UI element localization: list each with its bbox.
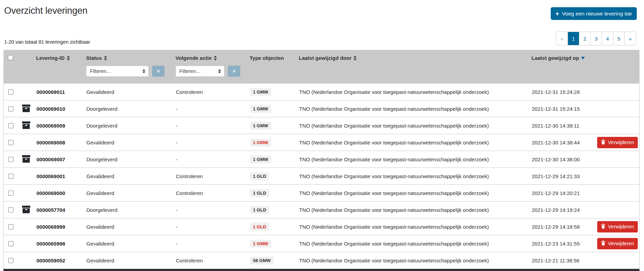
pagination: «12345»: [556, 32, 636, 45]
type-objecten-badge: 1 GMW: [250, 139, 271, 147]
results-summary: 1-20 van totaal 81 leveringen zichtbaar: [4, 39, 90, 45]
volgende-actie-cell: -: [176, 207, 250, 213]
status-filter-select[interactable]: Filteren...: [86, 66, 149, 77]
type-objecten-badge: 1 GMW: [250, 240, 271, 248]
row-checkbox[interactable]: [8, 157, 13, 162]
sort-icon: [104, 56, 107, 61]
pagination-page-3[interactable]: 3: [590, 32, 602, 45]
pagination-next[interactable]: »: [624, 32, 636, 45]
delete-button[interactable]: Verwijderen: [597, 137, 638, 148]
status-cell: Doorgeleverd: [86, 207, 176, 213]
gewijzigd-door-cell: TNO (Nederlandse Organisatie voor toegep…: [293, 89, 530, 95]
table-row: 0000059052GevalideerdControleren58 GMWTN…: [4, 252, 639, 269]
status-cell: Gevalideerd: [86, 89, 176, 95]
gewijzigd-door-cell: TNO (Nederlandse Organisatie voor toegep…: [293, 258, 530, 263]
volgende-actie-cell: -: [176, 123, 250, 129]
levering-id-cell: 0000069008: [33, 140, 86, 145]
row-checkbox[interactable]: [8, 258, 13, 263]
archive-box-icon: [22, 158, 31, 164]
pagination-page-2[interactable]: 2: [579, 32, 590, 45]
pagination-page-1[interactable]: 1: [568, 32, 579, 45]
row-checkbox[interactable]: [8, 191, 13, 196]
row-icon-cell: [18, 105, 33, 113]
table-row: 0000069001GevalideerdControleren1 GLDTNO…: [4, 168, 639, 185]
row-actions-cell: Verwijderen: [606, 137, 640, 148]
table-header: Levering-ID Status Filteren... ✕ Volgend…: [3, 50, 640, 84]
levering-id-cell: 0000069010: [33, 106, 86, 112]
row-checkbox[interactable]: [8, 123, 13, 128]
add-delivery-label: Voeg een nieuwe levering toe: [562, 11, 632, 17]
levering-id-cell: 0000069001: [33, 173, 86, 179]
gewijzigd-op-cell: 2021-12-30 14:38:00: [530, 156, 606, 162]
gewijzigd-door-cell: TNO (Nederlandse Organisatie voor toegep…: [293, 207, 530, 213]
gewijzigd-door-cell: TNO (Nederlandse Organisatie voor toegep…: [293, 156, 530, 162]
actie-filter-clear-button[interactable]: ✕: [228, 66, 240, 77]
volgende-actie-cell: Controleren: [176, 173, 250, 179]
sort-icon: [353, 56, 357, 61]
volgende-actie-cell: Controleren: [176, 190, 250, 196]
type-objecten-badge: 58 GMW: [250, 257, 274, 264]
levering-id-cell: 0000065998: [33, 241, 86, 247]
table-row: 0000069010Doorgeleverd-1 GMWTNO (Nederla…: [4, 100, 639, 117]
row-checkbox[interactable]: [8, 106, 13, 111]
row-checkbox[interactable]: [8, 140, 13, 145]
table-row: 0000065998Gevalideerd-1 GMWTNO (Nederlan…: [4, 235, 639, 252]
gewijzigd-op-cell: 2021-12-23 14:31:55: [530, 241, 606, 247]
row-checkbox-cell: [4, 157, 18, 162]
select-all-checkbox[interactable]: [8, 55, 13, 60]
delete-button[interactable]: Verwijderen: [597, 221, 638, 232]
row-checkbox[interactable]: [8, 241, 13, 246]
gewijzigd-op-cell: 2021-12-30 14:39:11: [530, 123, 606, 129]
plus-icon: +: [556, 10, 559, 17]
volgende-actie-cell: Controleren: [176, 89, 250, 95]
type-objecten-badge: 1 GLD: [250, 189, 269, 197]
pagination-page-4[interactable]: 4: [602, 32, 613, 45]
add-delivery-button[interactable]: + Voeg een nieuwe levering toe: [551, 7, 637, 20]
levering-id-cell: 0000069007: [33, 156, 86, 162]
gewijzigd-op-cell: 2021-12-29 14:19:24: [530, 207, 606, 213]
status-cell: Doorgeleverd: [86, 123, 176, 129]
row-checkbox-cell: [4, 258, 18, 263]
delete-label: Verwijderen: [608, 241, 634, 246]
row-checkbox-cell: [4, 191, 18, 196]
row-checkbox-cell: [4, 89, 18, 95]
deliveries-table: Levering-ID Status Filteren... ✕ Volgend…: [3, 50, 640, 269]
type-objecten-badge: 1 GLD: [250, 172, 269, 180]
trash-icon: [601, 224, 605, 230]
type-objecten-cell: 1 GLD: [250, 223, 293, 231]
column-header-laatst-gewijzigd-door[interactable]: Laatst gewijzigd door: [293, 55, 530, 61]
levering-id-cell: 0000069011: [33, 89, 86, 95]
delete-button[interactable]: Verwijderen: [597, 238, 638, 249]
type-objecten-badge: 1 GMW: [250, 155, 271, 163]
pagination-prev[interactable]: «: [556, 32, 568, 45]
gewijzigd-op-cell: 2021-12-29 14:21:33: [530, 173, 606, 179]
volgende-actie-cell: -: [176, 241, 250, 247]
row-checkbox[interactable]: [8, 89, 13, 95]
row-checkbox[interactable]: [8, 174, 13, 179]
row-checkbox[interactable]: [8, 224, 13, 229]
pagination-page-5[interactable]: 5: [613, 32, 624, 45]
volgende-actie-cell: -: [176, 106, 250, 112]
row-actions-cell: Verwijderen: [606, 221, 640, 232]
row-checkbox[interactable]: [8, 207, 13, 213]
column-header-levering-id[interactable]: Levering-ID: [33, 55, 86, 61]
table-row: 0000069000GevalideerdControleren1 GLDTNO…: [4, 185, 639, 202]
column-header-volgende-actie[interactable]: Volgende actie: [176, 55, 250, 61]
sort-desc-icon: [581, 57, 585, 59]
column-header-type-objecten: Type objecten: [250, 55, 293, 61]
type-objecten-badge: 1 GLD: [250, 206, 269, 214]
type-objecten-badge: 1 GMW: [250, 105, 271, 113]
column-header-status[interactable]: Status: [86, 55, 176, 61]
sort-icon: [214, 56, 217, 61]
status-filter-clear-button[interactable]: ✕: [152, 66, 165, 77]
gewijzigd-door-cell: TNO (Nederlandse Organisatie voor toegep…: [293, 140, 530, 145]
column-header-laatst-gewijzigd-op[interactable]: Laatst gewijzigd op: [530, 55, 606, 61]
row-checkbox-cell: [4, 174, 18, 179]
table-row: 0000068999Gevalideerd-1 GLDTNO (Nederlan…: [4, 218, 639, 235]
gewijzigd-op-cell: 2021-12-30 14:38:44: [530, 140, 606, 145]
type-objecten-badge: 1 GMW: [250, 88, 271, 96]
archive-box-icon: [22, 208, 31, 214]
actie-filter-select[interactable]: Filteren...: [176, 66, 224, 77]
levering-id-cell: 0000069009: [33, 123, 86, 129]
row-checkbox-cell: [4, 106, 18, 111]
